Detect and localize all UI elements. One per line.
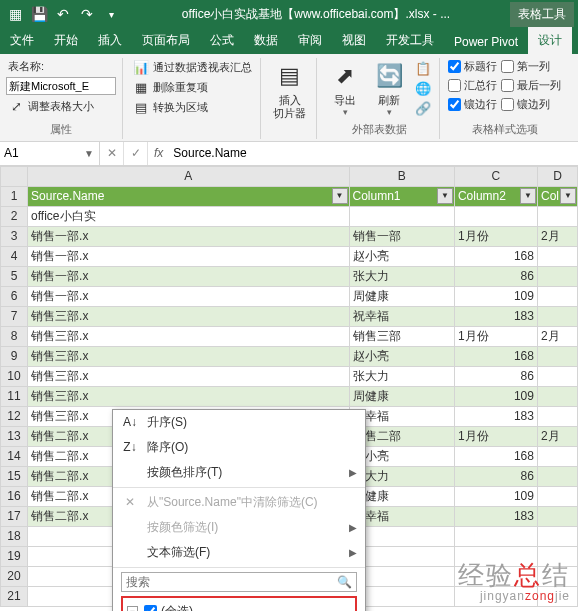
cell[interactable]: 86 bbox=[454, 366, 537, 386]
chk-banded-cols[interactable]: 镶边列 bbox=[501, 96, 561, 113]
row-header[interactable]: 14 bbox=[1, 446, 28, 466]
row-header[interactable]: 1 bbox=[1, 186, 28, 206]
resize-table-button[interactable]: ⤢调整表格大小 bbox=[6, 97, 116, 115]
row-header[interactable]: 18 bbox=[1, 526, 28, 546]
cell[interactable]: 168 bbox=[454, 346, 537, 366]
tab-home[interactable]: 开始 bbox=[44, 27, 88, 54]
row-header[interactable]: 10 bbox=[1, 366, 28, 386]
collapse-icon[interactable]: − bbox=[127, 606, 138, 611]
sort-by-color[interactable]: 按颜色排序(T)▶ bbox=[113, 460, 365, 485]
cell[interactable]: 109 bbox=[454, 286, 537, 306]
cell[interactable] bbox=[537, 286, 577, 306]
redo-icon[interactable]: ↷ bbox=[76, 3, 98, 25]
cell[interactable] bbox=[537, 546, 577, 566]
cell[interactable]: Column2▼ bbox=[454, 186, 537, 206]
ext-btn-1[interactable]: 📋 bbox=[413, 60, 433, 78]
cell[interactable] bbox=[537, 586, 577, 606]
tab-design[interactable]: 设计 bbox=[528, 27, 572, 54]
cell[interactable] bbox=[537, 486, 577, 506]
cell[interactable]: 销售一部.x bbox=[28, 286, 349, 306]
tab-file[interactable]: 文件 bbox=[0, 27, 44, 54]
name-box-dropdown-icon[interactable]: ▼ bbox=[80, 148, 98, 159]
cell[interactable] bbox=[454, 206, 537, 226]
cell[interactable]: 销售三部.x bbox=[28, 346, 349, 366]
tab-cut[interactable]: 查 bbox=[572, 27, 578, 54]
cell[interactable]: 2月 bbox=[537, 226, 577, 246]
chk-total-row[interactable]: 汇总行 bbox=[448, 77, 497, 94]
cell[interactable] bbox=[537, 466, 577, 486]
cell[interactable]: Source.Name▼ bbox=[28, 186, 349, 206]
filter-search-input[interactable] bbox=[126, 575, 337, 589]
chk-banded-rows-box[interactable] bbox=[448, 98, 461, 111]
col-b[interactable]: B bbox=[349, 166, 454, 186]
cell[interactable]: Col▼ bbox=[537, 186, 577, 206]
row-header[interactable]: 20 bbox=[1, 566, 28, 586]
cell[interactable] bbox=[454, 546, 537, 566]
row-header[interactable]: 6 bbox=[1, 286, 28, 306]
cell[interactable] bbox=[537, 306, 577, 326]
cell[interactable]: 张大力 bbox=[349, 266, 454, 286]
cell[interactable]: office小白实 bbox=[28, 206, 349, 226]
row-header[interactable]: 2 bbox=[1, 206, 28, 226]
cell[interactable]: 赵小亮 bbox=[349, 346, 454, 366]
cell[interactable]: 销售三部.x bbox=[28, 326, 349, 346]
cell[interactable]: 赵小亮 bbox=[349, 246, 454, 266]
cell[interactable]: 183 bbox=[454, 506, 537, 526]
cell[interactable] bbox=[537, 386, 577, 406]
cell[interactable]: 109 bbox=[454, 386, 537, 406]
chk-banded-cols-box[interactable] bbox=[501, 98, 514, 111]
tab-insert[interactable]: 插入 bbox=[88, 27, 132, 54]
chk-first-col-box[interactable] bbox=[501, 60, 514, 73]
cell[interactable]: 销售三部.x bbox=[28, 386, 349, 406]
cell[interactable] bbox=[537, 346, 577, 366]
sort-desc[interactable]: Z↓降序(O) bbox=[113, 435, 365, 460]
undo-icon[interactable]: ↶ bbox=[52, 3, 74, 25]
row-header[interactable]: 17 bbox=[1, 506, 28, 526]
select-all-corner[interactable] bbox=[1, 166, 28, 186]
row-header[interactable]: 5 bbox=[1, 266, 28, 286]
ext-btn-2[interactable]: 🌐 bbox=[413, 80, 433, 98]
cell[interactable]: 祝幸福 bbox=[349, 306, 454, 326]
cell[interactable] bbox=[537, 366, 577, 386]
ext-btn-3[interactable]: 🔗 bbox=[413, 100, 433, 118]
tab-layout[interactable]: 页面布局 bbox=[132, 27, 200, 54]
row-header[interactable]: 19 bbox=[1, 546, 28, 566]
cell[interactable]: 86 bbox=[454, 266, 537, 286]
cell[interactable] bbox=[454, 586, 537, 606]
row-header[interactable]: 21 bbox=[1, 586, 28, 606]
filter-select-all[interactable]: −(全选) bbox=[127, 602, 349, 611]
sort-asc[interactable]: A↓升序(S) bbox=[113, 410, 365, 435]
cell[interactable]: 周健康 bbox=[349, 386, 454, 406]
cell[interactable] bbox=[537, 506, 577, 526]
col-d[interactable]: D bbox=[537, 166, 577, 186]
cell[interactable]: 销售三部 bbox=[349, 326, 454, 346]
tab-powerpivot[interactable]: Power Pivot bbox=[444, 30, 528, 54]
cell[interactable] bbox=[537, 206, 577, 226]
row-header[interactable]: 8 bbox=[1, 326, 28, 346]
row-header[interactable]: 15 bbox=[1, 466, 28, 486]
qat-more-icon[interactable]: ▾ bbox=[100, 3, 122, 25]
cell[interactable]: 销售一部.x bbox=[28, 266, 349, 286]
row-header[interactable]: 9 bbox=[1, 346, 28, 366]
cell[interactable]: 109 bbox=[454, 486, 537, 506]
chk-header-row-box[interactable] bbox=[448, 60, 461, 73]
cell[interactable]: 销售一部.x bbox=[28, 226, 349, 246]
chk-total-row-box[interactable] bbox=[448, 79, 461, 92]
convert-range-button[interactable]: ▤转换为区域 bbox=[131, 98, 254, 116]
fx-icon[interactable]: fx bbox=[148, 146, 169, 160]
export-button[interactable]: ⬈ 导出 ▾ bbox=[325, 58, 365, 120]
cell[interactable]: 2月 bbox=[537, 426, 577, 446]
cell[interactable]: 1月份 bbox=[454, 226, 537, 246]
cell[interactable] bbox=[537, 406, 577, 426]
col-c[interactable]: C bbox=[454, 166, 537, 186]
cell[interactable]: 周健康 bbox=[349, 286, 454, 306]
remove-duplicates-button[interactable]: ▦删除重复项 bbox=[131, 78, 254, 96]
chk-first-col[interactable]: 第一列 bbox=[501, 58, 561, 75]
cell[interactable]: 销售一部 bbox=[349, 226, 454, 246]
cell[interactable] bbox=[537, 566, 577, 586]
cell[interactable] bbox=[454, 566, 537, 586]
insert-slicer-button[interactable]: ▤ 插入 切片器 bbox=[269, 58, 310, 123]
filter-dropdown-button[interactable]: ▼ bbox=[520, 188, 536, 204]
row-header[interactable]: 3 bbox=[1, 226, 28, 246]
text-filter[interactable]: 文本筛选(F)▶ bbox=[113, 540, 365, 565]
